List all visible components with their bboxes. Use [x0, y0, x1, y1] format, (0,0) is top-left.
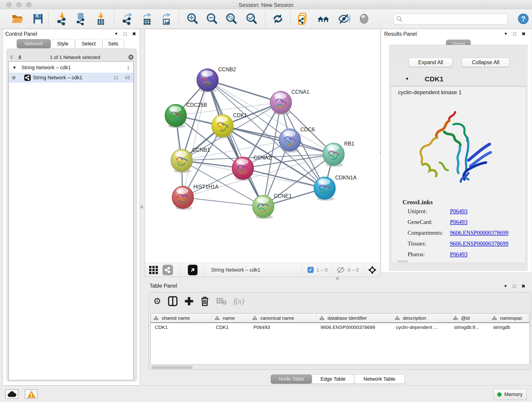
- memory-button[interactable]: Memory: [493, 389, 526, 400]
- cloud-status-button[interactable]: [5, 389, 18, 399]
- network-canvas[interactable]: CCNB2CCNA1CDC25BCDK1CDC6RB1CCNB1CCNA2CDK…: [145, 29, 380, 263]
- table-row[interactable]: CDK1CDK1P064939606.ENSP00000378699cyclin…: [151, 323, 530, 332]
- network-node-cdc25b[interactable]: CDC25B: [165, 102, 207, 128]
- network-node-cdc6[interactable]: CDC6: [279, 127, 315, 153]
- network-row-selected[interactable]: String Network – cdk1 11 48: [9, 73, 133, 83]
- network-node-rb1[interactable]: RB1: [323, 141, 355, 167]
- table-cell[interactable]: CDK1: [212, 323, 249, 332]
- network-node-hist1h1a[interactable]: HIST1H1A: [172, 184, 219, 210]
- details-scrollbar[interactable]: [397, 260, 408, 262]
- collapse-panel-icon[interactable]: ▼: [504, 284, 507, 288]
- crosslink-link[interactable]: 9606.ENSP00000378699: [450, 230, 508, 236]
- column-header-description[interactable]: description: [392, 313, 450, 323]
- search-input[interactable]: [403, 16, 501, 22]
- tab-style[interactable]: Style: [51, 39, 75, 48]
- tree-expand-icon[interactable]: ▼: [12, 65, 17, 70]
- collapse-all-button[interactable]: Collapse All: [462, 58, 510, 67]
- column-header-canonical-name[interactable]: canonical name: [249, 313, 317, 323]
- selected-checkbox-icon[interactable]: ✔: [307, 267, 314, 273]
- network-node-ccnb1[interactable]: CCNB1: [171, 147, 210, 173]
- homes-button[interactable]: [317, 12, 330, 26]
- collapse-panel-icon[interactable]: ▼: [504, 32, 508, 36]
- control-panel-title: Control Panel: [5, 31, 37, 37]
- apply-layout-button[interactable]: [271, 12, 285, 26]
- network-node-ccnb2[interactable]: CCNB2: [197, 66, 236, 93]
- import-network-button[interactable]: [55, 12, 69, 26]
- table-cell[interactable]: CDK1: [151, 323, 212, 332]
- tab-node-table[interactable]: Node Table: [271, 375, 312, 384]
- show-columns-icon[interactable]: [168, 296, 177, 306]
- network-collection-row[interactable]: ▼ String Network – cdk1 1: [9, 64, 133, 71]
- horizontal-splitter-handle[interactable]: [336, 277, 339, 280]
- import-table-button[interactable]: [94, 12, 108, 26]
- delete-column-trash-icon[interactable]: [201, 296, 209, 306]
- gene-expand-icon[interactable]: ▼: [405, 77, 409, 81]
- close-panel-icon[interactable]: ✖: [521, 284, 526, 288]
- share-view-button[interactable]: [162, 265, 173, 275]
- left-splitter-handle[interactable]: [140, 205, 143, 209]
- import-network-from-database-button[interactable]: [74, 12, 88, 26]
- column-header-name[interactable]: name: [212, 313, 249, 323]
- add-column-icon[interactable]: [184, 297, 194, 306]
- network-node-cdkn1a[interactable]: CDKN1A: [314, 175, 357, 201]
- zoom-fit-button[interactable]: [225, 12, 238, 26]
- column-header-shared-name[interactable]: shared name: [151, 313, 212, 323]
- tab-network-table[interactable]: Network Table: [354, 375, 405, 384]
- export-network-button[interactable]: [121, 12, 135, 26]
- table-cell[interactable]: stringdb: [489, 323, 530, 332]
- expand-all-networks-icon[interactable]: ≫: [17, 55, 22, 60]
- column-header-database-identifier[interactable]: database identifier: [317, 313, 392, 323]
- warnings-button[interactable]: [25, 389, 38, 399]
- column-header-namespac[interactable]: namespac: [489, 313, 530, 323]
- delete-table-icon[interactable]: [216, 297, 227, 305]
- expand-all-button[interactable]: Expand All: [409, 58, 453, 67]
- crosslink-link[interactable]: P06493: [450, 219, 467, 225]
- grid-view-icon[interactable]: [149, 265, 159, 275]
- save-session-button[interactable]: [31, 12, 45, 26]
- table-cell[interactable]: 9606.ENSP00000378699: [317, 323, 392, 332]
- collapse-all-networks-icon[interactable]: ≫: [9, 55, 14, 60]
- network-edge[interactable]: [208, 80, 281, 102]
- export-image-button[interactable]: [160, 12, 173, 26]
- copy-network-button[interactable]: [296, 12, 310, 26]
- zoom-selected-button[interactable]: [245, 12, 259, 26]
- network-edge[interactable]: [183, 80, 208, 197]
- hide-panel-button[interactable]: [337, 12, 351, 26]
- tab-network[interactable]: Network: [17, 39, 51, 48]
- function-builder-button[interactable]: f(x): [234, 297, 244, 306]
- network-options-gear-icon[interactable]: ⚙: [128, 54, 134, 61]
- network-node-ccne1[interactable]: CCNE1: [253, 193, 292, 219]
- pan-crosshair-icon[interactable]: [368, 265, 377, 274]
- network-node-ccna2[interactable]: CCNA2: [232, 155, 271, 181]
- close-panel-icon[interactable]: ✖: [132, 32, 136, 36]
- column-header--id[interactable]: @id: [450, 313, 489, 323]
- help-button[interactable]: ?: [516, 12, 530, 26]
- crosslink-link[interactable]: P06493: [450, 251, 467, 257]
- export-table-button[interactable]: [140, 12, 154, 26]
- float-panel-icon[interactable]: □: [124, 32, 127, 36]
- zoom-out-button[interactable]: [205, 12, 219, 26]
- float-panel-icon[interactable]: □: [513, 32, 516, 36]
- show-panel-button[interactable]: [357, 12, 371, 26]
- table-cell[interactable]: P06493: [249, 323, 317, 332]
- zoom-in-button[interactable]: [186, 12, 199, 26]
- crosslink-link[interactable]: 9606.ENSP00000378699: [450, 240, 508, 247]
- table-cell[interactable]: stringdb:9...: [450, 323, 489, 332]
- tab-edge-table[interactable]: Edge Table: [312, 375, 354, 384]
- memory-status-dot: [497, 392, 501, 397]
- collapse-panel-icon[interactable]: ▼: [114, 32, 118, 36]
- float-panel-icon[interactable]: □: [513, 284, 516, 288]
- table-cell[interactable]: cyclin-dependent ...: [392, 323, 450, 332]
- crosslink-link[interactable]: P06493: [450, 208, 467, 214]
- close-panel-icon[interactable]: ✖: [522, 32, 526, 36]
- control-panel: Control Panel ▼ □ ✖ Network Style Select…: [3, 29, 140, 385]
- table-horizontal-scrollbar[interactable]: [152, 366, 193, 369]
- network-edge[interactable]: [183, 197, 263, 206]
- node-label-ccne1: CCNE1: [274, 193, 292, 199]
- crosslink-label: Uniprot:: [408, 208, 450, 215]
- tab-select[interactable]: Select: [75, 39, 102, 48]
- open-session-button[interactable]: [10, 12, 24, 26]
- tab-sets[interactable]: Sets: [102, 39, 124, 48]
- birds-eye-view-button[interactable]: [188, 265, 197, 275]
- table-options-gear-icon[interactable]: ⚙: [153, 297, 161, 306]
